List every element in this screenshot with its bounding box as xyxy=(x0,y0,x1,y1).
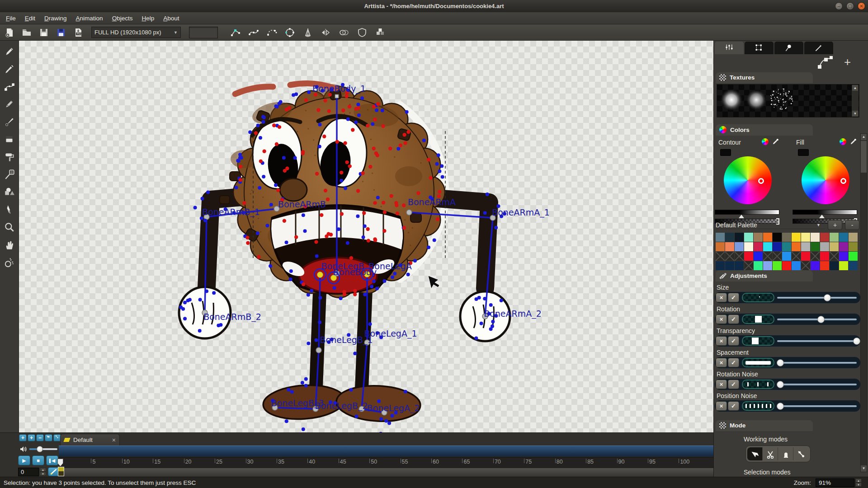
palette-swatch[interactable] xyxy=(725,233,734,242)
palette-swatch[interactable] xyxy=(792,261,801,270)
palette-swatch[interactable] xyxy=(744,242,753,251)
ink-brush-icon[interactable] xyxy=(2,115,17,128)
palette-swatch[interactable] xyxy=(839,242,848,251)
spray-icon[interactable] xyxy=(2,256,17,269)
contour-wheel-marker[interactable] xyxy=(758,178,764,184)
node-edit-icon[interactable] xyxy=(228,26,243,39)
palette-swatch[interactable] xyxy=(716,233,725,242)
slider-thumb[interactable] xyxy=(777,359,784,366)
palette-swatch[interactable] xyxy=(773,252,782,261)
palette-swatch[interactable] xyxy=(782,233,791,242)
adjustment-slider[interactable] xyxy=(777,384,857,385)
panel-tab-transform-tab[interactable] xyxy=(745,42,774,54)
palette-swatch[interactable] xyxy=(735,261,744,270)
palette-swatch[interactable] xyxy=(725,242,734,251)
bone-label[interactable]: BoneBody_1 xyxy=(312,84,366,94)
frame-number-input[interactable]: 0 xyxy=(18,468,39,476)
arc-edit-icon[interactable] xyxy=(264,26,279,39)
add-point-button[interactable]: + xyxy=(28,434,35,441)
frame-down-icon[interactable]: ▼ xyxy=(40,472,46,476)
scroll-down-icon[interactable]: ▼ xyxy=(861,465,867,472)
palette-swatch[interactable] xyxy=(716,252,725,261)
apply-button[interactable]: ✓ xyxy=(728,358,739,367)
clear-button[interactable]: × xyxy=(716,358,727,367)
menu-item-file[interactable]: File xyxy=(3,13,19,23)
curve-edit-icon[interactable] xyxy=(246,26,261,39)
palette-swatch[interactable] xyxy=(830,242,839,251)
apply-button[interactable]: ✓ xyxy=(728,293,739,302)
shield-icon[interactable] xyxy=(354,26,370,39)
palette-swatch[interactable] xyxy=(830,252,839,261)
apply-button[interactable]: ✓ xyxy=(728,401,739,411)
palette-swatch[interactable] xyxy=(754,252,763,261)
palette-swatch[interactable] xyxy=(849,261,858,270)
bone-label[interactable]: BoneARmA xyxy=(408,197,456,207)
close-icon[interactable]: ✕ xyxy=(858,2,865,10)
volume-slider[interactable] xyxy=(29,448,57,450)
palette-swatch[interactable] xyxy=(782,242,791,251)
palette-swatch[interactable] xyxy=(716,261,725,270)
flip-horizontal-icon[interactable] xyxy=(318,26,334,39)
contour-wheel-icon[interactable] xyxy=(762,138,769,145)
lathe-icon[interactable] xyxy=(300,26,316,39)
adjustment-slider[interactable] xyxy=(777,297,857,299)
circle-edit-icon[interactable] xyxy=(282,26,297,39)
palette-swatch[interactable] xyxy=(754,233,763,242)
slider-thumb[interactable] xyxy=(853,338,860,345)
play-button[interactable]: ▶ xyxy=(18,455,30,465)
save-as-file-icon[interactable] xyxy=(53,26,69,39)
palette-swatch[interactable] xyxy=(820,242,829,251)
texture-speckle-brush[interactable] xyxy=(770,89,793,110)
colors-header[interactable]: Colors xyxy=(716,124,813,136)
bezier-curve-icon[interactable] xyxy=(2,80,17,93)
palette-swatch[interactable] xyxy=(744,252,753,261)
scroll-down-icon[interactable]: ▼ xyxy=(852,111,858,117)
texture-list[interactable]: ▲ ▼ xyxy=(717,84,859,117)
fill-value-slider[interactable] xyxy=(793,210,857,215)
adjustments-header[interactable]: Adjustments xyxy=(716,270,813,282)
texture-soft-brush[interactable] xyxy=(720,88,743,112)
menu-item-edit[interactable]: Edit xyxy=(22,13,38,23)
timeline-track[interactable] xyxy=(59,446,713,456)
palette-swatch[interactable] xyxy=(735,233,744,242)
bone-label[interactable]: BoneLegB_2 xyxy=(315,401,368,411)
textures-header[interactable]: Textures xyxy=(716,72,813,83)
clear-button[interactable]: × xyxy=(716,314,727,324)
panel-tab-adjust-tab[interactable] xyxy=(715,42,744,54)
resolution-dropdown[interactable]: FULL HD (868x488 px) ▼ xyxy=(91,27,181,38)
clear-button[interactable]: × xyxy=(716,380,727,389)
palette-swatch[interactable] xyxy=(735,242,744,251)
contour-color-wheel[interactable] xyxy=(724,156,772,204)
bone-label[interactable]: BoneARmB_2 xyxy=(203,312,261,322)
palette-swatch[interactable] xyxy=(744,233,753,242)
palette-swatch[interactable] xyxy=(792,233,801,242)
palette-swatch[interactable] xyxy=(773,233,782,242)
open-file-icon[interactable] xyxy=(19,26,34,39)
palette-swatch[interactable] xyxy=(763,252,772,261)
shapes-icon[interactable] xyxy=(2,185,17,199)
zoom-icon[interactable] xyxy=(2,221,17,234)
fill-wheel-icon[interactable] xyxy=(840,138,846,145)
pencil-icon[interactable] xyxy=(2,44,17,58)
clear-button[interactable]: × xyxy=(716,401,727,411)
contour-value-slider[interactable] xyxy=(715,210,779,215)
paintbrush-icon[interactable] xyxy=(2,62,17,75)
apply-button[interactable]: ✓ xyxy=(728,380,739,389)
bone-label[interactable]: BoneARmA_2 xyxy=(484,309,542,319)
volume-thumb[interactable] xyxy=(37,446,43,452)
export-png-icon[interactable]: PNG xyxy=(71,26,86,39)
paint-roller-icon[interactable] xyxy=(2,150,17,164)
contour-current-swatch[interactable] xyxy=(720,149,731,156)
panel-scrollbar[interactable]: ▲ ▼ xyxy=(860,133,867,472)
texture-grainy-brush[interactable] xyxy=(745,89,767,111)
palette-swatch[interactable] xyxy=(735,252,744,261)
working-mode-select-arrow[interactable] xyxy=(747,447,763,460)
keyframe-cell[interactable] xyxy=(58,467,64,476)
new-file-icon[interactable] xyxy=(2,26,17,39)
bone-label[interactable]: BoneARmA_1 xyxy=(492,207,550,217)
menu-item-about[interactable]: About xyxy=(160,13,182,23)
add-frame-button[interactable]: + xyxy=(19,434,27,441)
palette-remove-button[interactable]: - xyxy=(845,220,859,230)
remove-point-button[interactable]: − xyxy=(36,434,44,441)
palette-swatch[interactable] xyxy=(801,242,810,251)
